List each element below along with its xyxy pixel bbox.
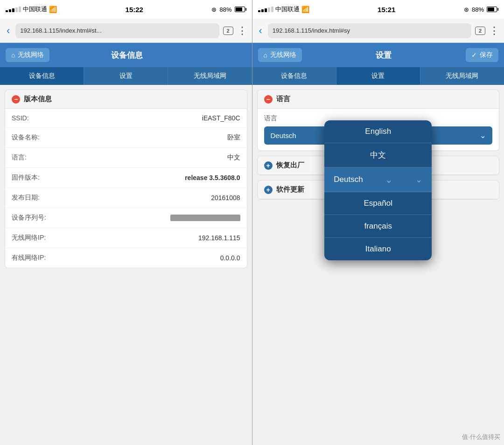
status-bar-left: 中国联通 📶 15:22 ⊛ 88%: [0, 0, 252, 19]
url-bar-right[interactable]: 192.168.1.115/index.html#sy: [268, 23, 471, 38]
battery-icon-right: [487, 7, 498, 12]
home-nav-right[interactable]: ⌂ 无线网络: [258, 48, 302, 62]
charge-icon-left: ⊛: [211, 6, 217, 13]
dropdown-option-chinese[interactable]: 中文: [324, 143, 432, 167]
page-title-left: 设备信息: [49, 50, 204, 61]
label-device-name: 设备名称:: [12, 133, 54, 142]
status-left: 中国联通 📶: [6, 5, 57, 14]
app-header-right: ⌂ 无线网络 设置 ✓ 保存: [252, 43, 504, 67]
row-wired-ip: 有线网络IP: 0.0.0.0: [5, 248, 247, 268]
collapse-icon-left[interactable]: −: [12, 95, 20, 104]
tab-settings-right[interactable]: 设置: [336, 67, 420, 85]
value-language: 中文: [227, 153, 240, 162]
left-phone: 中国联通 📶 15:22 ⊛ 88% ‹ 192.168.1.115/index…: [0, 0, 252, 445]
tab-device-info-right[interactable]: 设备信息: [252, 67, 336, 85]
more-button-left[interactable]: ⋮: [237, 25, 247, 37]
row-release-date: 发布日期: 20161008: [5, 188, 247, 208]
row-device-name: 设备名称: 卧室: [5, 128, 247, 148]
app-header-left: ⌂ 无线网络 设备信息: [0, 43, 252, 67]
language-dropdown-popup: English 中文 Deutsch ⌄ Español français It…: [324, 120, 432, 260]
value-wireless-ip: 192.168.1.115: [198, 234, 240, 242]
home-label-right: 无线网络: [270, 51, 296, 59]
row-wireless-ip: 无线网络IP: 192.168.1.115: [5, 228, 247, 248]
label-wireless-ip: 无线网络IP:: [12, 234, 54, 242]
back-button-right[interactable]: ‹: [257, 25, 264, 37]
restore-label: 恢复出厂: [276, 161, 304, 170]
tab-badge-right[interactable]: 2: [475, 27, 485, 35]
label-serial: 设备序列号:: [12, 214, 54, 222]
nav-tabs-left: 设备信息 设置 无线局域网: [0, 67, 252, 85]
label-ssid: SSID:: [12, 114, 54, 122]
dropdown-option-francais[interactable]: français: [324, 215, 432, 238]
label-language: 语言:: [12, 153, 54, 162]
label-wired-ip: 有线网络IP:: [12, 254, 54, 262]
value-wired-ip: 0.0.0.0: [220, 254, 240, 262]
checkmark-icon: ⌄: [385, 174, 393, 185]
update-label: 软件更新: [276, 185, 304, 194]
dropdown-option-italiano[interactable]: Italiano: [324, 238, 432, 260]
time-left: 15:22: [126, 6, 143, 14]
section-header-left: − 版本信息: [5, 90, 247, 109]
status-right-left: ⊛ 88%: [211, 6, 246, 13]
row-ssid: SSID: iEAST_F80C: [5, 109, 247, 128]
home-icon-left: ⌂: [11, 51, 15, 59]
signal-icon: [6, 7, 21, 12]
browser-bar-left: ‹ 192.168.1.115/index.html#st... 2 ⋮: [0, 19, 252, 43]
expand-icon-restore[interactable]: +: [264, 161, 273, 170]
watermark: 值·什么值得买: [462, 433, 500, 441]
home-icon-right: ⌂: [264, 51, 267, 59]
row-language: 语言: 中文: [5, 148, 247, 168]
section-title-right: 语言: [276, 95, 290, 104]
value-firmware: release 3.5.3608.0: [185, 174, 240, 181]
tab-wireless-left[interactable]: 无线局域网: [168, 67, 252, 85]
save-label: 保存: [480, 51, 493, 59]
version-info-section: − 版本信息 SSID: iEAST_F80C 设备名称: 卧室 语言: 中文 …: [5, 90, 247, 268]
dropdown-option-english[interactable]: English: [324, 120, 432, 143]
dropdown-option-deutsch[interactable]: Deutsch ⌄: [324, 167, 432, 192]
home-nav-left[interactable]: ⌂ 无线网络: [6, 48, 49, 62]
save-icon: ✓: [471, 51, 477, 59]
battery-icon-left: [235, 7, 246, 12]
section-header-right: − 语言: [258, 90, 499, 109]
chevron-down-icon: ⌄: [480, 131, 486, 140]
value-serial: [170, 215, 240, 221]
section-title-left: 版本信息: [24, 95, 52, 104]
value-release-date: 20161008: [211, 194, 240, 202]
more-button-right[interactable]: ⋮: [489, 25, 499, 37]
carrier-left: 中国联通: [23, 5, 47, 14]
collapse-icon-right[interactable]: −: [264, 95, 273, 104]
value-device-name: 卧室: [227, 133, 240, 142]
status-left-right: 中国联通 📶: [258, 5, 309, 14]
save-button[interactable]: ✓ 保存: [466, 48, 498, 62]
wifi-icon-right: 📶: [301, 6, 309, 13]
row-serial: 设备序列号:: [5, 208, 247, 228]
url-text-left: 192.168.1.115/index.html#st...: [20, 27, 101, 34]
battery-percent-right: 88%: [472, 6, 484, 13]
battery-percent-left: 88%: [219, 6, 231, 13]
value-ssid: iEAST_F80C: [202, 114, 240, 122]
tab-wireless-right[interactable]: 无线局域网: [420, 67, 504, 85]
browser-bar-right: ‹ 192.168.1.115/index.html#sy 2 ⋮: [252, 19, 504, 43]
label-firmware: 固件版本:: [12, 174, 54, 182]
back-button-left[interactable]: ‹: [5, 25, 12, 37]
carrier-right: 中国联通: [275, 5, 300, 14]
row-firmware: 固件版本: release 3.5.3608.0: [5, 168, 247, 188]
wifi-icon-left: 📶: [49, 6, 57, 13]
charge-icon-right: ⊛: [464, 6, 469, 13]
signal-icon-right: [258, 7, 273, 12]
dropdown-option-espanol[interactable]: Español: [324, 192, 432, 215]
expand-icon-update[interactable]: +: [264, 186, 273, 194]
url-text-right: 192.168.1.115/index.html#sy: [273, 27, 350, 34]
url-bar-left[interactable]: 192.168.1.115/index.html#st...: [15, 23, 219, 38]
home-label-left: 无线网络: [18, 51, 44, 59]
time-right: 15:21: [378, 6, 395, 14]
status-bar-right: 中国联通 📶 15:21 ⊛ 88%: [252, 0, 504, 19]
right-phone: 中国联通 📶 15:21 ⊛ 88% ‹ 192.168.1.115/index…: [252, 0, 504, 445]
label-release-date: 发布日期:: [12, 194, 54, 202]
page-title-right: 设置: [302, 50, 466, 61]
tab-device-info-left[interactable]: 设备信息: [0, 67, 84, 85]
tab-badge-left[interactable]: 2: [223, 27, 233, 35]
status-right-right: ⊛ 88%: [464, 6, 498, 13]
nav-tabs-right: 设备信息 设置 无线局域网: [252, 67, 504, 85]
tab-settings-left[interactable]: 设置: [84, 67, 168, 85]
